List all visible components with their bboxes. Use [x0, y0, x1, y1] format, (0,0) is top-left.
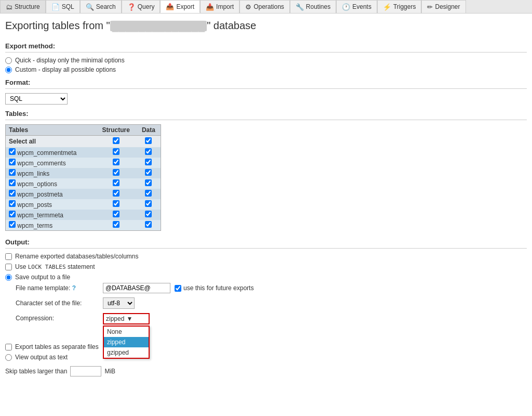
table-row-name: wpcm_comments	[6, 158, 96, 168]
compression-option-none[interactable]: None	[104, 327, 149, 337]
export-method-custom-label: Custom - display all possible options	[15, 66, 116, 73]
lock-tables-label: Use LOCK TABLES statement	[15, 263, 95, 270]
table-row: wpcm_postmeta	[6, 189, 161, 199]
output-label: Output:	[5, 238, 527, 246]
view-as-text-label: View output as text	[15, 354, 68, 361]
tab-designer[interactable]: ✏ Designer	[421, 0, 466, 13]
select-all-structure-checkbox[interactable]	[113, 137, 119, 144]
save-file-option: Save output to a file	[5, 274, 527, 281]
table-row: wpcm_terms	[6, 220, 161, 230]
view-as-text-option: View output as text	[5, 354, 527, 361]
routines-icon: 🔧	[296, 3, 304, 11]
compression-dropdown-arrow: ▼	[126, 315, 132, 322]
select-all-label: Select all	[6, 136, 96, 148]
format-select[interactable]: SQL CSV XML JSON PDF	[5, 93, 68, 105]
charset-field-label: Character set of the file:	[16, 300, 99, 307]
table-row-checkbox[interactable]	[9, 159, 16, 165]
table-row-name: wpcm_links	[6, 168, 96, 178]
tables-col-structure: Structure	[96, 125, 137, 136]
skip-tables-input[interactable]	[70, 366, 101, 376]
compression-select-display[interactable]: zipped ▼	[103, 313, 150, 324]
select-all-data[interactable]	[137, 136, 161, 148]
table-row-checkbox[interactable]	[9, 148, 16, 155]
save-file-label: Save output to a file	[15, 274, 70, 281]
file-name-row: File name template: ? use this for futur…	[16, 283, 527, 293]
tab-operations[interactable]: ⚙ Operations	[240, 0, 290, 13]
file-name-input[interactable]	[103, 283, 170, 293]
db-name: ██████████████	[110, 21, 207, 31]
tab-structure[interactable]: 🗂 Structure	[0, 0, 46, 13]
save-file-radio[interactable]	[5, 274, 12, 281]
tables-label: Tables:	[5, 110, 527, 118]
charset-select[interactable]: utf-8 utf-16 latin1 ascii	[103, 297, 135, 309]
export-method-quick-label: Quick - display only the minimal options	[15, 57, 125, 64]
page-title: Exporting tables from "██████████████" d…	[0, 14, 532, 37]
table-row-name: wpcm_posts	[6, 199, 96, 210]
output-divider	[5, 248, 527, 249]
select-all-data-checkbox[interactable]	[145, 137, 152, 144]
tables-col-data: Data	[137, 125, 161, 136]
export-method-custom: Custom - display all possible options	[5, 66, 527, 73]
compression-option-zipped[interactable]: zipped	[104, 337, 149, 347]
events-icon: 🕐	[342, 3, 350, 11]
compression-field-label: Compression:	[16, 313, 99, 322]
format-label: Format:	[5, 79, 527, 86]
export-method-quick: Quick - display only the minimal options	[5, 57, 527, 64]
table-data-checkbox[interactable]	[145, 148, 152, 155]
view-as-text-radio[interactable]	[5, 354, 12, 361]
export-method-quick-radio[interactable]	[5, 57, 12, 64]
search-icon: 🔍	[86, 3, 94, 11]
tables-table: Tables Structure Data Select all wpcm_co…	[6, 125, 161, 230]
export-method-label: Export method:	[5, 42, 527, 50]
rename-checkbox[interactable]	[5, 253, 12, 260]
lock-tables-option: Use LOCK TABLES statement	[5, 263, 527, 270]
skip-tables-label-suffix: MiB	[104, 368, 115, 375]
export-icon: 📤	[166, 3, 174, 10]
format-divider	[5, 88, 527, 89]
designer-icon: ✏	[427, 3, 433, 11]
export-method-custom-radio[interactable]	[5, 67, 12, 73]
table-row: wpcm_posts	[6, 199, 161, 210]
operations-icon: ⚙	[245, 3, 251, 11]
use-future-checkbox[interactable]	[175, 285, 181, 292]
lock-tables-checkbox[interactable]	[5, 264, 12, 270]
compression-selected-value: zipped	[106, 315, 124, 322]
tab-routines[interactable]: 🔧 Routines	[290, 0, 336, 13]
structure-icon: 🗂	[6, 3, 12, 11]
table-row-name: wpcm_terms	[6, 220, 96, 230]
compression-option-gzipped[interactable]: gzipped	[104, 347, 149, 358]
table-row: wpcm_termmeta	[6, 210, 161, 220]
table-row-name: wpcm_postmeta	[6, 189, 96, 199]
tab-events[interactable]: 🕐 Events	[336, 0, 377, 13]
file-name-help-icon[interactable]: ?	[72, 284, 76, 292]
file-name-field-label: File name template: ?	[16, 284, 99, 292]
tables-section: Tables Structure Data Select all wpcm_co…	[5, 124, 527, 231]
select-all-structure[interactable]	[96, 136, 137, 148]
nav-tabs: 🗂 Structure 📄 SQL 🔍 Search ❓ Query 📤 Exp…	[0, 0, 532, 14]
format-select-wrapper: SQL CSV XML JSON PDF	[5, 93, 527, 105]
compression-row: Compression: zipped ▼ None zipped gzippe…	[16, 313, 527, 324]
table-row: wpcm_links	[6, 168, 161, 178]
table-row-name: wpcm_termmeta	[6, 210, 96, 220]
tab-sql[interactable]: 📄 SQL	[46, 0, 80, 13]
table-row-name: wpcm_commentmeta	[6, 147, 96, 158]
skip-tables-label-prefix: Skip tables larger than	[5, 368, 67, 375]
tab-export[interactable]: 📤 Export	[160, 0, 200, 13]
table-row: wpcm_comments	[6, 158, 161, 168]
rename-label: Rename exported databases/tables/columns	[15, 253, 138, 260]
main-content: Export method: Quick - display only the …	[0, 42, 532, 387]
table-row: wpcm_commentmeta	[6, 147, 161, 158]
compression-dropdown: None zipped gzipped	[103, 326, 150, 359]
tables-container[interactable]: Tables Structure Data Select all wpcm_co…	[5, 124, 161, 231]
tables-divider	[5, 120, 527, 120]
tab-search[interactable]: 🔍 Search	[80, 0, 122, 13]
tab-triggers[interactable]: ⚡ Triggers	[377, 0, 422, 13]
export-separate-checkbox[interactable]	[5, 344, 12, 350]
sql-icon: 📄	[51, 3, 60, 11]
tab-query[interactable]: ❓ Query	[122, 0, 161, 13]
table-row-name: wpcm_options	[6, 178, 96, 189]
table-structure-checkbox[interactable]	[113, 148, 119, 155]
tab-import[interactable]: 📥 Import	[200, 0, 240, 13]
triggers-icon: ⚡	[383, 3, 391, 11]
lock-tables-monospace: LOCK TABLES	[28, 264, 66, 270]
